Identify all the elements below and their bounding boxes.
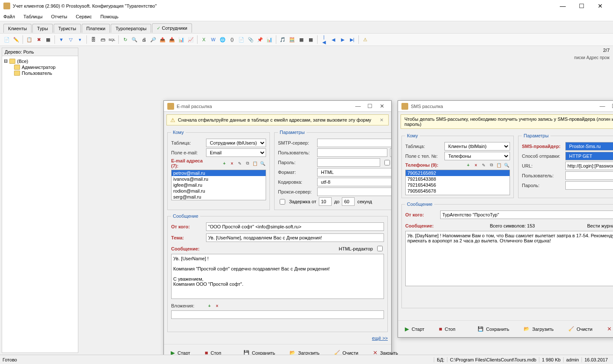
sms-save-button[interactable]: 💾Сохранить bbox=[474, 324, 513, 333]
menu-reports[interactable]: Отчеты bbox=[49, 13, 69, 20]
sms-user-input[interactable] bbox=[565, 171, 613, 180]
tree-admin[interactable]: Администратор bbox=[4, 64, 76, 70]
tel-add-icon[interactable]: + bbox=[465, 162, 472, 168]
tree-root[interactable]: ⊟ (Все) bbox=[4, 58, 76, 64]
minimize-button[interactable]: — bbox=[553, 0, 572, 12]
email-min[interactable]: — bbox=[352, 103, 364, 109]
tb-warn[interactable]: ⚠ bbox=[361, 35, 370, 44]
tb-calc[interactable]: 🧮 bbox=[288, 35, 296, 44]
tb-refresh[interactable]: ↻ bbox=[121, 35, 129, 44]
tab-operators[interactable]: Туроператоры bbox=[111, 24, 151, 33]
tb-exp2[interactable]: 📥 bbox=[168, 35, 176, 44]
tb-xml[interactable]: ⟨⟩ bbox=[228, 35, 236, 44]
tb-filter[interactable]: ▼ bbox=[57, 35, 66, 44]
smtp-input[interactable] bbox=[317, 139, 391, 147]
menu-tables[interactable]: Таблицы bbox=[22, 13, 44, 20]
sms-max[interactable]: ☐ bbox=[608, 103, 613, 109]
tb-last[interactable]: ▶| bbox=[348, 35, 356, 44]
tb-csv[interactable]: 📄 bbox=[237, 35, 246, 44]
addr-add-icon[interactable]: + bbox=[221, 160, 228, 167]
tb-exp4[interactable]: 📈 bbox=[186, 35, 195, 44]
tel-find-icon[interactable]: 🔍 bbox=[503, 162, 510, 168]
tb-chart[interactable]: 📊 bbox=[265, 35, 274, 44]
tab-clients[interactable]: Клиенты bbox=[3, 24, 32, 33]
sms-provider-select[interactable]: Prostor-Sms.ru bbox=[565, 142, 613, 151]
email-save-button[interactable]: 💾Сохранить bbox=[240, 348, 279, 355]
proxy-input[interactable] bbox=[317, 188, 391, 196]
htmleditor-checkbox[interactable] bbox=[377, 246, 383, 251]
smtp-user-input[interactable] bbox=[317, 148, 387, 157]
delay-checkbox[interactable] bbox=[280, 199, 285, 205]
smtp-pass-input[interactable] bbox=[317, 158, 380, 167]
email-load-button[interactable]: 📂Загрузить bbox=[286, 348, 323, 355]
tab-tourists[interactable]: Туристы bbox=[54, 24, 81, 33]
delay-to-input[interactable] bbox=[342, 197, 355, 206]
menu-help[interactable]: Помощь bbox=[99, 13, 120, 20]
tb-grid[interactable]: ▦ bbox=[44, 35, 52, 44]
tb-preview[interactable]: 🔎 bbox=[149, 35, 158, 44]
sms-start-button[interactable]: ▶Старт bbox=[401, 324, 428, 334]
email-field-select[interactable]: Email bbox=[206, 148, 266, 157]
sms-phone-list[interactable]: 79052165892 79216543388 79216543456 7905… bbox=[405, 170, 510, 195]
tb-db1[interactable]: 🗄 bbox=[89, 35, 97, 44]
tb-prev[interactable]: ◀ bbox=[329, 35, 338, 44]
tb-tbl1[interactable]: ▦ bbox=[297, 35, 306, 44]
sms-close-button[interactable]: ✕Закрыть bbox=[604, 324, 613, 334]
close-button[interactable]: ✕ bbox=[591, 0, 610, 12]
tb-misc1[interactable]: 📎 bbox=[246, 35, 255, 44]
smtp-port-input[interactable] bbox=[390, 148, 391, 157]
tb-find[interactable]: 🔍 bbox=[130, 35, 139, 44]
tb-first[interactable]: |◀ bbox=[320, 35, 328, 44]
tree-user[interactable]: Пользователь bbox=[4, 70, 76, 76]
sms-load-button[interactable]: 📂Загрузить bbox=[520, 324, 557, 333]
email-close-button[interactable]: ✕Закрыть bbox=[370, 348, 401, 355]
tb-copy[interactable]: 📋 bbox=[25, 35, 34, 44]
tb-html[interactable]: 🌐 bbox=[218, 35, 227, 44]
tb-filter3[interactable]: ▾ bbox=[76, 35, 84, 44]
attach-del-icon[interactable]: × bbox=[214, 302, 221, 309]
email-notice-close[interactable]: ✕ bbox=[378, 117, 385, 123]
tb-word[interactable]: W bbox=[209, 35, 218, 44]
tb-edit[interactable]: ✏️ bbox=[12, 35, 20, 44]
format-select[interactable]: HTML bbox=[317, 168, 391, 176]
email-clear-button[interactable]: 🧹Очисти bbox=[331, 348, 362, 355]
tb-exp1[interactable]: 📤 bbox=[158, 35, 167, 44]
tb-misc2[interactable]: 📌 bbox=[256, 35, 264, 44]
tel-copy-icon[interactable]: ⧉ bbox=[488, 162, 495, 168]
tb-tbl2[interactable]: ▦ bbox=[306, 35, 315, 44]
addr-find-icon[interactable]: 🔍 bbox=[259, 160, 266, 167]
sms-from-input[interactable] bbox=[440, 210, 613, 219]
subject-input[interactable] bbox=[206, 233, 384, 242]
sms-table-select[interactable]: Клиенты (tblMain) bbox=[444, 142, 510, 151]
email-close[interactable]: ✕ bbox=[376, 103, 388, 109]
encoding-select[interactable]: utf-8 bbox=[317, 178, 391, 186]
email-table-select[interactable]: Сотрудники (tblUsers) bbox=[206, 139, 266, 147]
sms-stop-button[interactable]: ■Стоп bbox=[435, 324, 459, 334]
tb-exp3[interactable]: 📊 bbox=[177, 35, 186, 44]
sms-method-select[interactable]: HTTP GET bbox=[565, 152, 613, 160]
sms-field-select[interactable]: Телефоны bbox=[444, 152, 510, 160]
delay-from-input[interactable] bbox=[319, 197, 332, 206]
from-input[interactable] bbox=[206, 222, 384, 231]
tb-music[interactable]: 🎵 bbox=[278, 35, 287, 44]
email-start-button[interactable]: ▶Старт bbox=[167, 348, 194, 355]
tel-del-icon[interactable]: × bbox=[473, 162, 479, 168]
addr-paste-icon[interactable]: 📋 bbox=[252, 160, 258, 167]
maximize-button[interactable]: ☐ bbox=[572, 0, 591, 12]
tb-excel[interactable]: X bbox=[200, 35, 208, 44]
tel-edit-icon[interactable]: ✎ bbox=[480, 162, 487, 168]
email-address-list[interactable]: petrov@mail.ru ivanova@mail.ru igfee@mai… bbox=[171, 170, 266, 200]
sms-clear-button[interactable]: 🧹Очисти bbox=[565, 324, 596, 333]
email-stop-button[interactable]: ■Стоп bbox=[201, 348, 225, 355]
menu-service[interactable]: Сервис bbox=[74, 13, 94, 20]
sms-body-textarea[interactable]: Ув. [DayName] ! Напоминаем Вам о том, чт… bbox=[405, 231, 613, 286]
sms-url-input[interactable] bbox=[565, 162, 613, 170]
attach-add-icon[interactable]: + bbox=[206, 302, 213, 309]
tb-sql[interactable]: SQL bbox=[108, 35, 116, 44]
email-body-textarea[interactable]: Ув. [UserName] ! Компания "Простой софт"… bbox=[171, 254, 384, 299]
addr-edit-icon[interactable]: ✎ bbox=[236, 160, 243, 167]
tb-db2[interactable]: 🗃 bbox=[98, 35, 107, 44]
attach-input[interactable] bbox=[171, 310, 384, 319]
addr-copy-icon[interactable]: ⧉ bbox=[244, 160, 251, 167]
tb-filter2[interactable]: ▽ bbox=[66, 35, 75, 44]
